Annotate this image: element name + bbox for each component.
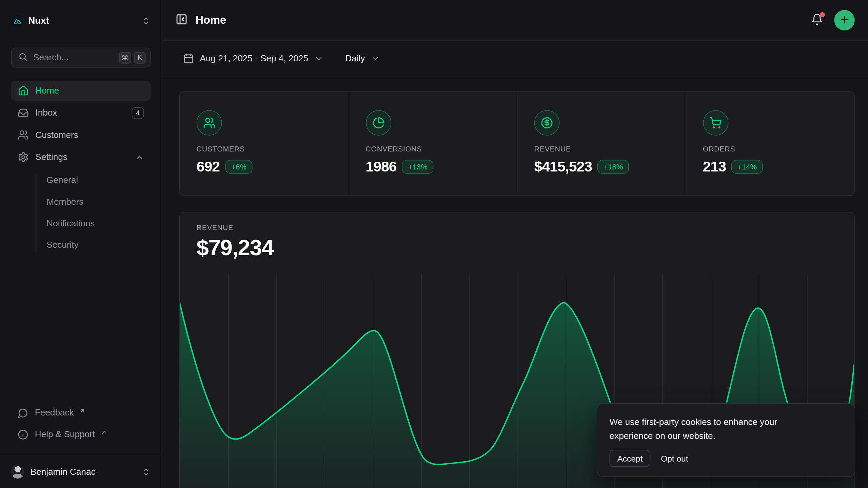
stat-card-revenue: REVENUE $415,523 +18% xyxy=(517,92,686,195)
cart-icon xyxy=(703,110,728,136)
chevrons-up-down-icon xyxy=(142,467,151,476)
add-button[interactable] xyxy=(834,10,854,30)
period-select[interactable]: Daily xyxy=(341,54,384,63)
stat-label: REVENUE xyxy=(534,145,669,153)
help-support-link[interactable]: Help & Support xyxy=(11,426,151,443)
sidebar-item-label: Inbox xyxy=(35,108,57,118)
sidebar-item-settings[interactable]: Settings xyxy=(11,147,151,167)
stat-card-customers: CUSTOMERS 692 +6% xyxy=(180,92,349,195)
opt-out-button[interactable]: Opt out xyxy=(661,454,688,463)
plus-icon xyxy=(839,14,850,26)
date-range-value: Aug 21, 2025 - Sep 4, 2025 xyxy=(200,54,308,63)
stat-delta-badge: +13% xyxy=(402,160,434,174)
chevron-down-icon xyxy=(314,54,323,63)
dollar-circle-icon xyxy=(534,110,560,136)
sidebar-item-customers[interactable]: Customers xyxy=(11,125,151,145)
feedback-link[interactable]: Feedback xyxy=(11,404,151,422)
stat-value: 1986 xyxy=(366,158,396,176)
filters-toolbar: Aug 21, 2025 - Sep 4, 2025 Daily xyxy=(162,41,868,76)
user-name: Benjamin Canac xyxy=(31,467,96,476)
stats-row: CUSTOMERS 692 +6% CONVERSIONS 1986 +13% xyxy=(179,91,855,196)
users-icon xyxy=(18,129,29,141)
settings-subnav: General Members Notifications Security xyxy=(11,171,151,258)
stat-delta-badge: +18% xyxy=(597,160,629,174)
app-window: Nuxt Search... ⌘ K Home xyxy=(0,0,868,488)
sidebar-item-members[interactable]: Members xyxy=(35,193,151,211)
pie-chart-icon xyxy=(366,110,391,136)
external-link-icon xyxy=(100,429,106,435)
stat-card-orders: ORDERS 213 +14% xyxy=(686,92,854,195)
stat-card-conversions: CONVERSIONS 1986 +13% xyxy=(349,92,517,195)
panel-left-close-icon xyxy=(176,13,188,27)
chevrons-up-down-icon[interactable] xyxy=(142,17,151,25)
stat-delta-badge: +14% xyxy=(731,160,763,174)
stat-value: $415,523 xyxy=(534,158,592,176)
home-icon xyxy=(18,85,29,96)
search-input[interactable]: Search... ⌘ K xyxy=(11,47,151,67)
cookie-message: We use first-party cookies to enhance yo… xyxy=(610,415,813,443)
sidebar-item-label: Home xyxy=(35,86,59,96)
sidebar-footer: Feedback Help & Support xyxy=(11,404,151,447)
page-header: Home xyxy=(162,0,868,41)
users-icon xyxy=(197,110,222,136)
sidebar-item-label: Customers xyxy=(35,130,78,140)
feedback-label: Feedback xyxy=(35,408,74,418)
search-shortcut: ⌘ K xyxy=(119,52,145,63)
chevron-down-icon xyxy=(371,54,380,63)
stat-label: CUSTOMERS xyxy=(197,145,332,153)
sidebar-item-label: Settings xyxy=(35,152,67,162)
collapse-sidebar-button[interactable] xyxy=(176,13,188,27)
accept-cookies-button[interactable]: Accept xyxy=(610,450,651,467)
stat-delta-badge: +6% xyxy=(225,160,253,174)
sidebar-item-inbox[interactable]: Inbox 4 xyxy=(11,103,151,123)
page-title: Home xyxy=(195,14,226,27)
workspace-name: Nuxt xyxy=(28,16,49,27)
inbox-icon xyxy=(18,107,29,119)
k-key: K xyxy=(134,52,145,63)
external-link-icon xyxy=(79,407,85,413)
workspace-switcher[interactable]: Nuxt xyxy=(11,9,151,33)
nuxt-logo-icon xyxy=(11,15,23,27)
subnav-guide-line xyxy=(35,172,36,255)
sidebar-item-general[interactable]: General xyxy=(35,171,151,189)
stat-value: 213 xyxy=(703,158,726,176)
chevron-up-icon xyxy=(135,153,144,162)
sidebar-item-security[interactable]: Security xyxy=(35,236,151,254)
calendar-icon xyxy=(183,53,194,64)
gear-icon xyxy=(18,151,29,163)
stat-value: 692 xyxy=(197,158,220,176)
avatar xyxy=(11,465,24,478)
stat-label: CONVERSIONS xyxy=(366,145,500,153)
user-menu[interactable]: Benjamin Canac xyxy=(0,455,162,488)
notifications-button[interactable] xyxy=(811,13,823,27)
info-circle-icon xyxy=(18,429,28,440)
search-placeholder: Search... xyxy=(33,53,113,62)
chat-bubble-icon xyxy=(18,407,28,418)
stat-label: ORDERS xyxy=(703,145,838,153)
inbox-count-badge: 4 xyxy=(132,107,144,119)
revenue-chart-value: $79,234 xyxy=(197,235,838,260)
sidebar-spacer xyxy=(0,258,162,404)
revenue-chart-label: REVENUE xyxy=(197,224,838,232)
cmd-key: ⌘ xyxy=(119,52,131,63)
sidebar: Nuxt Search... ⌘ K Home xyxy=(0,0,162,488)
search-icon xyxy=(18,52,28,63)
date-range-picker[interactable]: Aug 21, 2025 - Sep 4, 2025 xyxy=(179,53,328,64)
notification-dot xyxy=(820,12,825,17)
sidebar-item-notifications[interactable]: Notifications xyxy=(35,215,151,232)
sidebar-item-home[interactable]: Home xyxy=(11,81,151,101)
period-value: Daily xyxy=(345,54,365,63)
cookie-banner: We use first-party cookies to enhance yo… xyxy=(597,403,855,477)
help-support-label: Help & Support xyxy=(35,429,95,439)
sidebar-nav: Home Inbox 4 Customers Settings xyxy=(11,81,151,258)
